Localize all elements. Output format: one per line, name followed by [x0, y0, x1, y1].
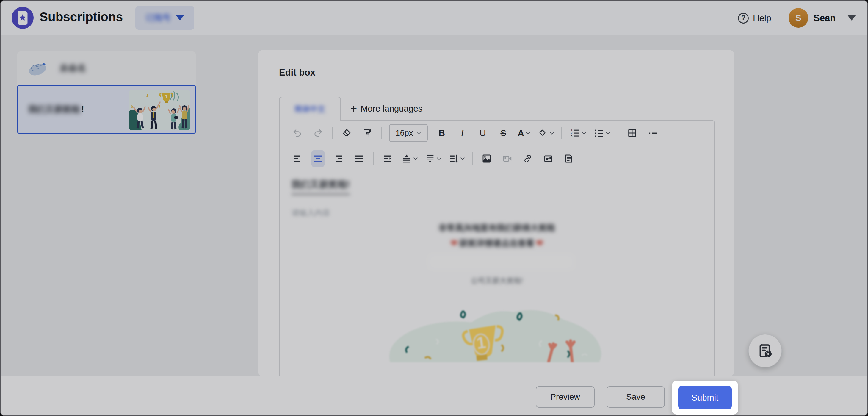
screenshot-stage: Subscriptions 订阅号 ? Help S Sean 未命名 我们又获… — [0, 0, 868, 416]
submit-button[interactable]: Submit — [678, 386, 732, 409]
submit-spotlight-ring: Submit — [672, 381, 738, 415]
dim-overlay — [1, 1, 867, 415]
app-window: Subscriptions 订阅号 ? Help S Sean 未命名 我们又获… — [0, 0, 868, 416]
